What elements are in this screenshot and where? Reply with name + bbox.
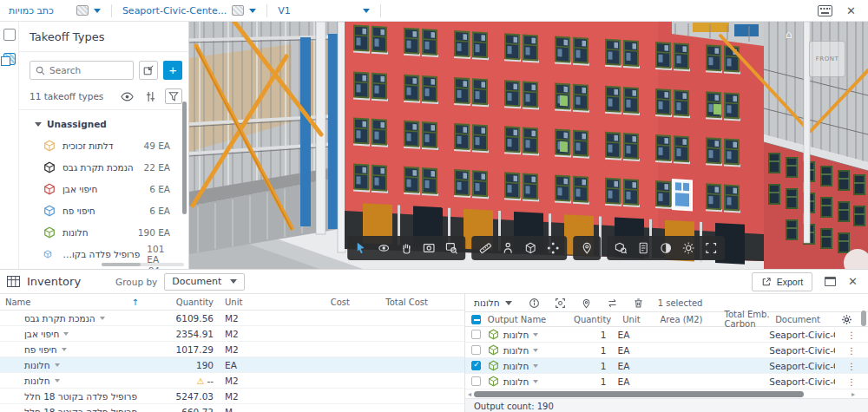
delete-button[interactable] [630, 295, 648, 311]
focus-selection-button[interactable] [552, 295, 569, 311]
model-cube-button[interactable] [520, 239, 541, 258]
row-unit: M2 [214, 313, 266, 324]
col-document[interactable]: Document [775, 315, 841, 324]
table-row[interactable]: פרופיל פלדה בקוטר 18 חלל 5247.03 M2 [0, 389, 464, 404]
row-checkbox[interactable] [471, 345, 481, 355]
output-row[interactable]: חלונות 1 EA Seaport-Civic-C.. ⋮ [465, 327, 868, 343]
takeoff-type-item[interactable]: חלונות 190 EA [19, 221, 189, 243]
sheet-type-dropdown[interactable] [66, 5, 111, 16]
chevron-down-icon[interactable] [533, 333, 538, 337]
model-browser-button[interactable] [610, 239, 631, 258]
chevron-down-icon[interactable] [533, 364, 538, 368]
col-cost[interactable]: Cost [266, 298, 350, 307]
keyboard-shortcuts-icon[interactable] [818, 5, 832, 16]
settings-sliders-button[interactable] [141, 88, 159, 104]
version-dropdown[interactable]: V1 [267, 5, 380, 16]
cube-icon [488, 344, 499, 356]
table-row[interactable]: הנמכת תקרת גבס 6109.56 M2 [0, 311, 464, 326]
filter-button[interactable] [165, 88, 182, 104]
properties-sheet-button[interactable] [633, 239, 654, 258]
takeoff-type-label: חיפוי אבן [62, 184, 97, 194]
table-row[interactable]: פרופיל פלדה בקוטר 18 חלל 660.72 M [0, 404, 464, 412]
first-person-button[interactable] [497, 239, 518, 258]
takeoff-type-item[interactable]: דלתות זכוכית 49 EA [19, 134, 189, 156]
search-box[interactable] [30, 61, 134, 80]
pin-button[interactable] [578, 295, 595, 311]
orbit-tool-button[interactable] [373, 239, 394, 258]
chevron-down-icon[interactable] [533, 380, 538, 383]
table-row[interactable]: חיפוי פח 1017.29 M2 [0, 342, 464, 357]
move-tool-button[interactable] [542, 239, 563, 258]
chevron-down-icon[interactable] [533, 349, 538, 352]
scroll-right-icon[interactable]: ▸ [849, 390, 858, 398]
col-total-cost[interactable]: Total Cost [350, 298, 428, 307]
home-view-icon[interactable]: ⌂ [783, 29, 795, 41]
output-row[interactable]: חלונות 1 EA Seaport-Civic-C.. ⋮ [465, 343, 868, 358]
col-area[interactable]: Area (M2) [650, 315, 702, 324]
takeoff-tab-icon[interactable] [3, 53, 16, 65]
chevron-down-icon[interactable] [100, 317, 105, 320]
assign-takeoff-button[interactable] [139, 61, 158, 80]
visibility-toggle[interactable] [118, 88, 135, 104]
export-button[interactable]: Export [752, 272, 812, 291]
sort-asc-icon[interactable]: ↑ [132, 298, 139, 307]
col-quantity[interactable]: Quantity [139, 298, 214, 307]
col-quantity[interactable]: Quantity [574, 315, 611, 324]
zoom-window-button[interactable] [418, 239, 439, 258]
zoom-region-button[interactable] [441, 239, 462, 258]
sheets-tab-icon[interactable] [3, 29, 16, 41]
swap-button[interactable] [604, 295, 621, 311]
col-unit[interactable]: Unit [611, 315, 650, 324]
expand-panel-icon[interactable] [825, 277, 836, 286]
issue-pin-button[interactable] [576, 239, 597, 258]
search-input[interactable] [49, 65, 128, 75]
row-checkbox-checked[interactable] [471, 361, 481, 370]
select-all-checkbox[interactable] [471, 315, 481, 324]
col-carbon[interactable]: Total Emb. Carbon [703, 310, 776, 329]
output-quantity: 1 [573, 361, 607, 371]
chevron-down-icon[interactable] [63, 332, 69, 336]
info-button[interactable] [526, 295, 543, 311]
row-name: חלונות [24, 376, 50, 386]
appearance-button[interactable] [655, 239, 676, 258]
vertical-scrollbar[interactable] [860, 310, 867, 388]
takeoff-type-item[interactable]: פרופיל פלדה בקוטר 18 חלל 101 EA [19, 243, 189, 265]
close-icon[interactable]: ✕ [846, 4, 856, 17]
chevron-down-icon[interactable] [55, 363, 60, 367]
chevron-down-icon[interactable] [62, 348, 67, 351]
output-row[interactable]: חלונות 1 EA Seaport-Civic-C.. ⋮ [465, 374, 868, 389]
takeoff-type-item[interactable]: חיפוי פח 6 EA [19, 199, 189, 221]
takeoff-type-item[interactable]: חיפוי אבן 6 EA [19, 178, 189, 199]
row-quantity: 190 [139, 360, 214, 370]
select-tool-button[interactable] [351, 239, 372, 258]
col-name[interactable]: Name [5, 298, 31, 307]
view-cube[interactable]: FRONT [809, 41, 845, 77]
row-checkbox[interactable] [471, 330, 481, 339]
add-takeoff-type-button[interactable]: + [163, 61, 182, 80]
scroll-left-icon[interactable]: ◂ [465, 390, 474, 398]
row-checkbox[interactable] [471, 376, 481, 386]
output-type-selector[interactable]: חלונות [474, 298, 512, 308]
sidebar-hscrollbar[interactable] [102, 263, 184, 266]
row-name: חיפוי אבן [24, 329, 59, 339]
pan-tool-button[interactable] [396, 239, 417, 258]
measure-tool-button[interactable] [475, 239, 496, 258]
horizontal-scrollbar[interactable]: ◂ ▸ [465, 389, 858, 398]
table-row[interactable]: חיפוי אבן 2354.91 M2 [0, 326, 464, 342]
document-dropdown[interactable]: Seaport-Civic-Cente... [112, 5, 266, 16]
fullscreen-button[interactable] [700, 239, 721, 258]
table-icon [7, 276, 20, 287]
takeoff-type-item[interactable]: הנמכת תקרת גבס 22 EA [19, 156, 189, 178]
group-unassigned[interactable]: Unassigned [19, 110, 189, 134]
col-output-name[interactable]: Output Name [488, 315, 574, 324]
table-row[interactable]: חלונות ⚠-- M2 [0, 373, 464, 389]
table-row-selected[interactable]: חלונות 190 EA [0, 357, 464, 373]
settings-gear-icon[interactable] [678, 239, 699, 258]
col-unit[interactable]: Unit [214, 298, 266, 307]
3d-viewport[interactable] [189, 22, 868, 269]
chevron-down-icon[interactable] [55, 379, 60, 383]
group-by-select[interactable]: Document [164, 273, 245, 291]
sidebar-scrollbar[interactable] [182, 101, 187, 214]
output-row-selected[interactable]: חלונות 1 EA Seaport-Civic-C.. ⋮ [465, 358, 868, 374]
close-panel-icon[interactable]: ✕ [848, 275, 858, 288]
